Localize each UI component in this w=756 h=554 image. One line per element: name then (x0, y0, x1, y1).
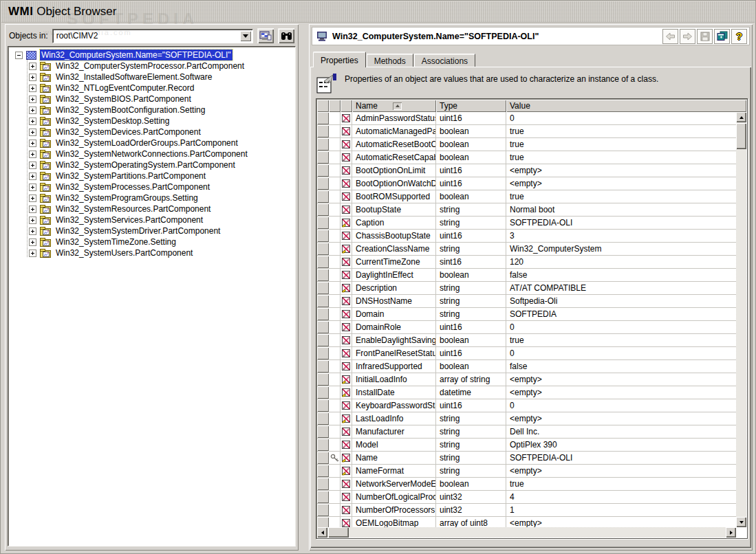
tree-item[interactable]: Win32_SystemPartitions.PartComponent (29, 170, 294, 181)
expand-toggle-icon[interactable] (29, 63, 36, 70)
row-selector[interactable] (317, 465, 329, 477)
column-header-type[interactable]: Type (436, 100, 506, 112)
scroll-up-button[interactable] (736, 112, 746, 122)
expand-toggle-icon[interactable] (29, 140, 36, 147)
property-value-cell[interactable]: true (506, 478, 736, 490)
property-value-cell[interactable]: true (506, 151, 736, 164)
row-selector[interactable] (317, 230, 329, 242)
row-selector[interactable] (317, 308, 329, 320)
property-row[interactable]: Domain string SOFTPEDIA (317, 308, 736, 321)
tree-item[interactable]: Win32_NTLogEventComputer.Record (29, 82, 294, 93)
row-selector[interactable] (317, 138, 329, 151)
property-row[interactable]: DNSHostName string Softpedia-Oli (317, 295, 736, 308)
property-value-cell[interactable]: Softpedia-Oli (506, 295, 736, 307)
property-row[interactable]: DaylightInEffect boolean false (317, 269, 736, 282)
property-value-cell[interactable]: false (506, 360, 736, 373)
property-value-cell[interactable]: 0 (506, 347, 736, 359)
property-value-cell[interactable]: SOFTPEDIA-OLI (506, 452, 736, 464)
tree-item[interactable]: Win32_ComputerSystemProcessor.PartCompon… (29, 60, 294, 71)
row-selector[interactable] (317, 112, 329, 124)
property-value-cell[interactable]: 4 (506, 491, 736, 503)
row-selector[interactable] (317, 243, 329, 255)
column-header-name[interactable]: Name (352, 100, 436, 112)
expand-toggle-icon[interactable] (29, 239, 36, 246)
tree-item[interactable]: Win32_SystemSystemDriver.PartComponent (29, 225, 294, 236)
property-row[interactable]: Model string OptiPlex 390 (317, 439, 736, 452)
row-selector[interactable] (317, 217, 329, 229)
expand-toggle-icon[interactable] (29, 118, 36, 125)
property-row[interactable]: BootROMSupported boolean true (317, 190, 736, 203)
scroll-down-button[interactable] (736, 517, 746, 527)
property-row[interactable]: EnableDaylightSavingsTime boolean true (317, 334, 736, 347)
row-selector[interactable] (317, 412, 329, 425)
row-selector[interactable] (317, 282, 329, 294)
tree-item[interactable]: Win32_SystemOperatingSystem.PartComponen… (29, 159, 294, 170)
row-selector[interactable] (317, 399, 329, 412)
tree-item[interactable]: Win32_SystemDesktop.Setting (29, 115, 294, 126)
property-row[interactable]: CreationClassName string Win32_ComputerS… (317, 243, 736, 256)
tree-item[interactable]: Win32_SystemUsers.PartComponent (29, 247, 294, 258)
property-row[interactable]: FrontPanelResetStatus uint16 0 (317, 347, 736, 360)
row-selector[interactable] (317, 256, 329, 268)
property-value-cell[interactable]: <empty> (506, 177, 736, 190)
property-value-cell[interactable]: SOFTPEDIA-OLI (506, 217, 736, 229)
scroll-left-button[interactable] (317, 527, 327, 538)
property-row[interactable]: OEMLogoBitmap array of uint8 <empty> (317, 517, 736, 527)
tree-item[interactable]: Win32_SystemServices.PartComponent (29, 214, 294, 225)
tree-item[interactable]: Win32_SystemProgramGroups.Setting (29, 192, 294, 203)
property-value-cell[interactable]: Normal boot (506, 203, 736, 216)
property-value-cell[interactable]: <empty> (506, 465, 736, 477)
tab-associations[interactable]: Associations (414, 54, 475, 67)
property-value-cell[interactable]: 120 (506, 256, 736, 268)
property-row[interactable]: AutomaticManagedPagefile boolean true (317, 125, 736, 138)
expand-toggle-icon[interactable] (29, 228, 36, 235)
property-value-cell[interactable]: 1 (506, 504, 736, 516)
object-tree[interactable]: Win32_ComputerSystem.Name="SOFTPEDIA-OLI… (8, 46, 296, 546)
property-value-cell[interactable]: true (506, 334, 736, 346)
expand-toggle-icon[interactable] (29, 173, 36, 180)
save-button[interactable] (697, 29, 713, 44)
property-value-cell[interactable]: Dell Inc. (506, 425, 736, 438)
horizontal-scrollbar-thumb[interactable] (328, 527, 349, 538)
collapse-toggle-icon[interactable] (15, 52, 23, 59)
vertical-scrollbar[interactable] (736, 112, 746, 527)
vertical-scrollbar-thumb[interactable] (736, 123, 746, 149)
row-selector[interactable] (317, 269, 329, 281)
property-row[interactable]: NameFormat string <empty> (317, 465, 736, 478)
row-selector[interactable] (317, 425, 329, 438)
expand-toggle-icon[interactable] (29, 162, 36, 169)
property-row[interactable]: AutomaticResetCapability boolean true (317, 151, 736, 164)
tree-item[interactable]: Win32_SystemBIOS.PartComponent (29, 93, 294, 104)
property-value-cell[interactable]: true (506, 190, 736, 203)
expand-toggle-icon[interactable] (29, 217, 36, 224)
back-button[interactable] (662, 29, 678, 44)
property-row[interactable]: Caption string SOFTPEDIA-OLI (317, 217, 736, 230)
tree-root-item[interactable]: Win32_ComputerSystem.Name="SOFTPEDIA-OLI… (15, 49, 294, 60)
expand-toggle-icon[interactable] (29, 85, 36, 92)
property-value-cell[interactable]: true (506, 125, 736, 137)
property-row[interactable]: ChassisBootupState uint16 3 (317, 230, 736, 243)
row-selector[interactable] (317, 452, 329, 464)
row-selector[interactable] (317, 347, 329, 359)
property-row[interactable]: AutomaticResetBootOption boolean true (317, 138, 736, 151)
column-header-value[interactable]: Value (506, 100, 746, 112)
property-row[interactable]: NetworkServerModeEnabled boolean true (317, 478, 736, 491)
forward-button[interactable] (680, 29, 695, 44)
row-selector[interactable] (317, 295, 329, 307)
tree-item[interactable]: Win32_SystemBootConfiguration.Setting (29, 104, 294, 115)
combo-dropdown-button[interactable] (240, 31, 251, 41)
help-button[interactable]: ? (731, 29, 747, 44)
row-selector[interactable] (317, 334, 329, 346)
property-row[interactable]: NumberOfProcessors uint32 1 (317, 504, 736, 517)
row-selector[interactable] (317, 478, 329, 490)
property-value-cell[interactable]: Win32_ComputerSystem (506, 243, 736, 255)
property-row[interactable]: Description string AT/AT COMPATIBLE (317, 282, 736, 295)
property-value-cell[interactable]: <empty> (506, 164, 736, 177)
expand-toggle-icon[interactable] (29, 74, 36, 81)
property-value-cell[interactable]: OptiPlex 390 (506, 439, 736, 451)
tree-item[interactable]: Win32_SystemLoadOrderGroups.PartComponen… (29, 137, 294, 148)
row-selector[interactable] (317, 373, 329, 386)
property-row[interactable]: BootOptionOnLimit uint16 <empty> (317, 164, 736, 177)
row-selector[interactable] (317, 360, 329, 373)
row-selector[interactable] (317, 203, 329, 216)
